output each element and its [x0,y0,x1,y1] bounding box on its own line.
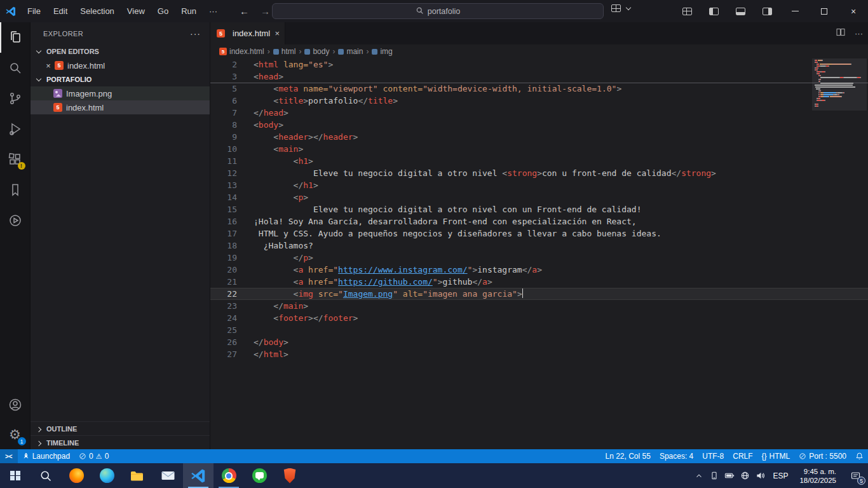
breadcrumb-img[interactable]: img [372,47,392,56]
run-debug-view-button[interactable] [0,114,31,144]
code-line-11[interactable]: 11 <h1> [210,155,868,167]
live-server-port-button[interactable]: Port : 5500 [794,449,851,463]
back-arrow-icon[interactable]: ← [240,6,249,17]
encoding-button[interactable]: UTF-8 [698,449,728,463]
toggle-panel-button[interactable] [727,0,754,22]
code-line-15[interactable]: 15 Eleve tu negocio digital a otro nivel… [210,203,868,215]
file-item-imagem-png[interactable]: Imagem.png [31,86,210,100]
menu-selection[interactable]: Selection [74,4,119,18]
code-line-2[interactable]: 2<html lang="es"> [210,58,868,71]
minimize-button[interactable] [780,0,810,22]
code-line-8[interactable]: 8<body> [210,119,868,131]
volume-tray-icon[interactable] [752,463,768,488]
eol-button[interactable]: CRLF [728,449,757,463]
code-line-7[interactable]: 7</head> [210,107,868,119]
device-tray-icon[interactable] [707,463,722,488]
bookmarks-view-button[interactable] [0,175,31,205]
explorer-view-button[interactable] [0,22,31,53]
breadcrumb-html[interactable]: html [273,47,296,56]
notifications-bell-button[interactable] [851,449,868,463]
breadcrumb-body[interactable]: body [304,47,329,56]
search-view-button[interactable] [0,53,31,83]
code-line-5[interactable]: 5 <meta name="viewport" content="width=d… [210,83,868,95]
code-line-24[interactable]: 24 <footer></footer> [210,312,868,324]
code-editor[interactable]: 2<html lang="es">3<head>5 <meta name="vi… [210,58,868,449]
code-line-16[interactable]: 16¡Hola! Soy Ana García, desarrolladora … [210,215,868,227]
source-control-view-button[interactable] [0,83,31,114]
close-editor-icon[interactable]: × [43,61,53,71]
menu-view[interactable]: View [121,4,151,18]
problems-button[interactable]: 0 ⚠ 0 [74,449,113,463]
menu-go[interactable]: Go [152,4,174,18]
vscode-taskbar-button[interactable] [183,463,214,488]
code-line-22[interactable]: 22 <img src="Imagem.png" alt="imagen ana… [210,288,868,300]
account-button[interactable] [0,390,31,420]
show-hidden-icons-button[interactable] [691,463,707,488]
code-line-6[interactable]: 6 <title>portafolio</title> [210,95,868,107]
file-item-index-html[interactable]: 5 index.html [31,100,210,114]
folder-section-header[interactable]: PORTAFOLIO [31,72,210,86]
clock-button[interactable]: 9:45 a. m. 18/02/2025 [793,467,843,485]
customize-layout-button[interactable] [674,0,700,22]
tab-close-icon[interactable]: × [275,29,280,38]
remote-indicator-button[interactable]: >< [0,449,18,463]
code-line-9[interactable]: 9 <header></header> [210,131,868,143]
whatsapp-taskbar-button[interactable] [244,463,275,488]
launchpad-button[interactable]: Launchpad [18,449,74,463]
close-button[interactable]: × [839,0,868,22]
code-line-25[interactable]: 25 [210,324,868,336]
timeline-section-header[interactable]: TIMELINE [31,435,210,449]
edge-taskbar-button[interactable] [92,463,122,488]
mail-taskbar-button[interactable] [153,463,183,488]
network-tray-icon[interactable] [737,463,752,488]
chrome-taskbar-button[interactable] [214,463,244,488]
menu-run[interactable]: Run [175,4,202,18]
code-line-18[interactable]: 18 ¿Hablamos? [210,240,868,252]
code-line-13[interactable]: 13 </h1> [210,179,868,191]
profile-switcher-button[interactable] [611,4,634,12]
explorer-more-actions-icon[interactable]: ··· [190,29,201,39]
menu-file[interactable]: File [22,4,46,18]
minimap[interactable] [815,60,864,107]
maximize-button[interactable] [810,0,839,22]
language-mode-button[interactable]: {} HTML [757,449,795,463]
firefox-taskbar-button[interactable] [61,463,92,488]
breadcrumb-file[interactable]: 5 index.html [219,47,264,56]
code-line-12[interactable]: 12 Eleve tu negocio digital a otro nivel… [210,167,868,179]
taskbar-search-button[interactable] [31,463,61,488]
brave-taskbar-button[interactable] [275,463,305,488]
outline-section-header[interactable]: OUTLINE [31,421,210,435]
code-line-23[interactable]: 23 </main> [210,300,868,312]
split-editor-button[interactable] [836,27,846,39]
open-editors-section-header[interactable]: OPEN EDITORS [31,44,210,58]
command-center-search[interactable]: portafolio [272,3,604,19]
menu-edit[interactable]: Edit [48,4,73,18]
open-editor-item[interactable]: × 5 index.html [31,58,210,72]
forward-arrow-icon[interactable]: → [261,6,270,17]
toggle-primary-sidebar-button[interactable] [700,0,727,22]
start-button[interactable] [0,463,31,488]
menu-more[interactable]: ··· [203,4,223,18]
editor-more-actions-button[interactable]: ··· [855,29,863,38]
action-center-button[interactable]: 5 [843,463,868,488]
tab-index-html[interactable]: 5 index.html × [210,22,285,44]
code-line-21[interactable]: 21 <a href="https://github.com/">github<… [210,276,868,288]
file-explorer-taskbar-button[interactable] [122,463,153,488]
code-line-26[interactable]: 26</body> [210,336,868,348]
settings-button[interactable]: ⚙ 1 [0,420,31,449]
code-line-17[interactable]: 17 HTML y CSS. Ayudo a pequeños negocios… [210,227,868,240]
cursor-position-button[interactable]: Ln 22, Col 55 [600,449,654,463]
breadcrumb-main[interactable]: main [338,47,363,56]
toggle-secondary-sidebar-button[interactable] [754,0,780,22]
code-line-14[interactable]: 14 <p> [210,191,868,203]
battery-tray-icon[interactable] [722,463,737,488]
code-line-27[interactable]: 27</html> [210,348,868,360]
code-line-10[interactable]: 10 <main> [210,143,868,155]
keyboard-language-button[interactable]: ESP [768,471,793,480]
indentation-button[interactable]: Spaces: 4 [655,449,698,463]
live-preview-view-button[interactable] [0,205,31,236]
extensions-view-button[interactable]: ! [0,144,31,175]
code-line-3[interactable]: 3<head> [210,71,868,83]
code-line-20[interactable]: 20 <a href="https://www.instagram.com/">… [210,264,868,276]
code-line-19[interactable]: 19 </p> [210,252,868,264]
